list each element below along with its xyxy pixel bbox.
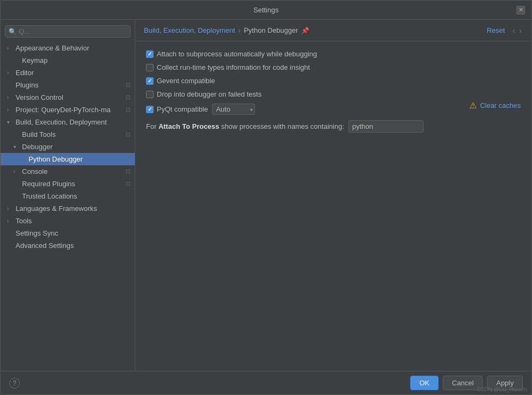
- breadcrumb: Build, Execution, Deployment › Python De…: [144, 26, 480, 34]
- option-label-collect-runtime: Collect run-time types information for c…: [157, 63, 310, 71]
- sidebar-item-appearance[interactable]: ›Appearance & Behavior: [1, 42, 135, 54]
- sidebar-item-languages-frameworks[interactable]: ›Languages & Frameworks: [1, 202, 135, 215]
- option-row-drop-into-debugger: Drop into debugger on failed tests: [146, 90, 521, 98]
- sidebar-item-label: Build Tools: [22, 130, 123, 138]
- process-label-suffix: show processes with names containing:: [221, 122, 344, 130]
- nav-arrows: ‹ ›: [512, 26, 523, 35]
- external-icon: ⊡: [126, 82, 130, 89]
- checkbox-label-pyqt[interactable]: PyQt compatible: [146, 105, 208, 113]
- external-icon: ⊡: [126, 131, 130, 138]
- option-row-gevent: Gevent compatible: [146, 77, 521, 85]
- checkbox-label-drop-into-debugger[interactable]: Drop into debugger on failed tests: [146, 90, 261, 98]
- sidebar-item-plugins[interactable]: Plugins⊡: [1, 79, 135, 91]
- reset-button[interactable]: Reset: [485, 25, 507, 35]
- sidebar-item-console[interactable]: ›Console⊡: [1, 165, 135, 178]
- checkbox-drop-into-debugger[interactable]: [146, 91, 154, 98]
- arrow-icon: ›: [7, 94, 13, 100]
- sidebar-item-label: Version Control: [16, 93, 123, 101]
- sidebar-item-version-control[interactable]: ›Version Control⊡: [1, 91, 135, 104]
- breadcrumb-separator: ›: [238, 26, 241, 34]
- watermark: CSDN @Liu_Haiwen: [477, 386, 527, 392]
- external-icon: ⊡: [126, 156, 130, 163]
- arrow-icon: ▾: [13, 144, 20, 150]
- breadcrumb-parent[interactable]: Build, Execution, Deployment: [144, 26, 235, 34]
- external-icon: ⊡: [126, 94, 130, 101]
- sidebar-item-advanced-settings[interactable]: Advanced Settings: [1, 239, 135, 252]
- arrow-icon: ›: [7, 206, 13, 211]
- clear-caches-button[interactable]: Clear caches: [480, 101, 521, 109]
- title-bar: Settings ✕: [1, 1, 531, 20]
- external-icon: ⊡: [126, 168, 130, 175]
- sidebar-item-build-tools[interactable]: Build Tools⊡: [1, 128, 135, 141]
- sidebar-item-label: Advanced Settings: [16, 242, 130, 250]
- sidebar-item-label: Project: QueryDet-PyTorch-ma: [16, 106, 123, 114]
- sidebar-item-label: Plugins: [16, 81, 123, 89]
- option-row-attach-subprocess: Attach to subprocess automatically while…: [146, 50, 521, 58]
- sidebar-item-label: Languages & Frameworks: [16, 204, 130, 213]
- sidebar-item-settings-sync[interactable]: Settings Sync: [1, 227, 135, 239]
- sidebar-item-project[interactable]: ›Project: QueryDet-PyTorch-ma⊡: [1, 104, 135, 116]
- help-button[interactable]: ?: [9, 378, 20, 389]
- search-input[interactable]: [19, 27, 127, 35]
- sidebar-item-label: Trusted Locations: [22, 192, 130, 200]
- checkbox-pyqt[interactable]: [146, 106, 154, 113]
- sidebar-item-label: Build, Execution, Deployment: [16, 118, 130, 126]
- checkbox-label-collect-runtime[interactable]: Collect run-time types information for c…: [146, 63, 310, 71]
- sidebar-item-keymap[interactable]: Keymap: [1, 54, 135, 67]
- sidebar-item-label: Debugger: [22, 143, 130, 151]
- right-panel: Build, Execution, Deployment › Python De…: [135, 20, 531, 371]
- sidebar-item-debugger[interactable]: ▾Debugger: [1, 141, 135, 153]
- external-icon: ⊡: [126, 106, 130, 113]
- sidebar-item-trusted-locations[interactable]: Trusted Locations: [1, 190, 135, 202]
- option-label-gevent: Gevent compatible: [157, 77, 215, 85]
- warning-icon: ⚠: [469, 100, 477, 111]
- sidebar-item-tools[interactable]: ›Tools: [1, 215, 135, 227]
- process-name-input[interactable]: [348, 120, 424, 133]
- ok-button[interactable]: OK: [410, 376, 439, 390]
- pyqt-dropdown[interactable]: AutoPyQt4PyQt5: [212, 104, 255, 115]
- checkbox-attach-subprocess[interactable]: [146, 50, 154, 58]
- checkbox-collect-runtime[interactable]: [146, 64, 154, 71]
- sidebar: 🔍 ›Appearance & BehaviorKeymap›EditorPlu…: [1, 20, 135, 371]
- sidebar-item-label: Keymap: [22, 56, 130, 64]
- sidebar-item-label: Appearance & Behavior: [16, 44, 130, 52]
- checkbox-label-attach-subprocess[interactable]: Attach to subprocess automatically while…: [146, 50, 317, 58]
- checkbox-label-gevent[interactable]: Gevent compatible: [146, 77, 215, 85]
- option-row-collect-runtime: Collect run-time types information for c…: [146, 63, 521, 71]
- breadcrumb-current: Python Debugger: [244, 26, 298, 34]
- arrow-icon: ›: [7, 45, 13, 51]
- close-button[interactable]: ✕: [516, 6, 525, 14]
- option-row-pyqt: PyQt compatibleAutoPyQt4PyQt5▾: [146, 104, 521, 115]
- search-box[interactable]: 🔍: [5, 25, 130, 38]
- sidebar-item-label: Console: [22, 167, 123, 175]
- main-content: 🔍 ›Appearance & BehaviorKeymap›EditorPlu…: [1, 20, 531, 371]
- sidebar-item-label: Editor: [16, 69, 130, 77]
- arrow-icon: ›: [7, 107, 13, 113]
- back-button[interactable]: ‹: [512, 26, 516, 35]
- arrow-icon: ›: [13, 169, 20, 174]
- option-label-attach-subprocess: Attach to subprocess automatically while…: [157, 50, 317, 58]
- sidebar-item-label: Tools: [16, 217, 130, 225]
- sidebar-item-label: Required Plugins: [22, 180, 123, 188]
- settings-dialog: Settings ✕ 🔍 ›Appearance & BehaviorKeyma…: [0, 0, 532, 395]
- arrow-icon: ▾: [7, 119, 13, 125]
- option-label-pyqt: PyQt compatible: [157, 105, 208, 113]
- arrow-icon: ›: [7, 218, 13, 224]
- attach-to-process-bold: Attach To Process: [158, 122, 219, 130]
- checkbox-gevent[interactable]: [146, 77, 154, 85]
- process-label: For Attach To Process show processes wit…: [146, 122, 344, 130]
- process-row: For Attach To Process show processes wit…: [146, 120, 521, 133]
- dialog-title: Settings: [253, 6, 279, 14]
- clear-caches-area[interactable]: ⚠ Clear caches: [469, 100, 521, 111]
- sidebar-item-label: Python Debugger: [28, 155, 123, 163]
- option-label-drop-into-debugger: Drop into debugger on failed tests: [157, 90, 261, 98]
- sidebar-item-python-debugger[interactable]: Python Debugger⊡: [1, 153, 135, 165]
- sidebar-item-build-exec-deploy[interactable]: ▾Build, Execution, Deployment: [1, 116, 135, 128]
- sidebar-item-required-plugins[interactable]: Required Plugins⊡: [1, 178, 135, 190]
- pin-icon: 📌: [301, 27, 309, 34]
- external-icon: ⊡: [126, 180, 130, 187]
- sidebar-item-editor[interactable]: ›Editor: [1, 67, 135, 79]
- arrow-icon: ›: [7, 70, 13, 76]
- pyqt-dropdown-wrapper: AutoPyQt4PyQt5▾: [212, 104, 255, 115]
- forward-button[interactable]: ›: [518, 26, 523, 35]
